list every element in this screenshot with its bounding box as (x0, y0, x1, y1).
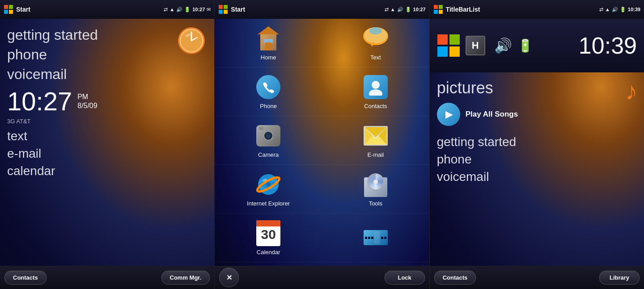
contacts-button-3[interactable]: Contacts (434, 271, 476, 285)
play-triangle-icon: ▶ (445, 109, 453, 120)
status-time-3: 10:39 (628, 7, 640, 12)
battery-big-icon: 🔋 (517, 38, 533, 53)
menu-item-phone[interactable]: phone (7, 45, 207, 64)
close-button[interactable]: ✕ (219, 268, 239, 287)
status-bar-1: Start ⇄ ▲ 🔊 🔋 10:27 ✉ (0, 0, 214, 19)
signal-icon: ⇄ (164, 7, 168, 13)
app-home[interactable]: Home (215, 19, 322, 67)
ie-icon (256, 172, 281, 197)
music-note-icon: ♪ (625, 79, 638, 104)
panel3-content: ♪ pictures ▶ Play All Songs getting star… (430, 72, 644, 289)
h-box-icon: H (466, 36, 485, 55)
volume-big-icon: 🔊 (494, 37, 512, 54)
menu-item-calendar[interactable]: calendar (7, 162, 207, 180)
status-bar-2: Start ⇄ ▲ 🔊 🔋 10:27 (215, 0, 429, 19)
contacts-icon-wrap (362, 74, 389, 101)
svg-rect-10 (219, 5, 223, 9)
library-button[interactable]: Library (599, 271, 640, 285)
play-all-button[interactable]: ▶ (437, 103, 460, 126)
svg-point-19 (369, 89, 382, 96)
app-label-home: Home (261, 54, 276, 61)
clock-time-1: 10:27 (7, 88, 72, 114)
svg-point-29 (266, 182, 271, 187)
status-time-2: 10:27 (413, 7, 426, 12)
svg-rect-31 (434, 5, 438, 9)
app-film[interactable] (322, 214, 429, 262)
app-label-tools: Tools (369, 200, 382, 207)
p3-pictures-title[interactable]: pictures (437, 79, 637, 97)
app-email[interactable]: E-mail (322, 116, 429, 165)
phone-icon (256, 75, 280, 99)
phone-icon-wrap (255, 74, 282, 101)
app-label-camera: Camera (258, 151, 279, 158)
signal-icon-2: ⇄ (385, 7, 389, 13)
svg-rect-11 (224, 5, 228, 9)
app-calendar[interactable]: 30 Calendar (215, 214, 322, 262)
battery-icon-2: 🔋 (405, 7, 411, 13)
menu-item-voicemail[interactable]: voicemail (7, 64, 207, 84)
status-title-3: TitleBarList (446, 6, 597, 13)
status-time-1: 10:27 (192, 7, 205, 12)
clock-icon (178, 27, 205, 54)
app-camera[interactable]: Camera (215, 116, 322, 165)
battery-icon-3: 🔋 (620, 7, 626, 13)
signal-icon-3: ⇄ (599, 7, 603, 13)
menu-item-phone-3[interactable]: phone (437, 151, 637, 168)
volume-icon: 🔊 (176, 7, 182, 13)
status-title-1: Start (16, 6, 161, 13)
app-label-phone: Phone (260, 103, 277, 109)
menu-item-email[interactable]: e-mail (7, 145, 207, 162)
app-phone[interactable]: Phone (215, 67, 322, 116)
antenna-icon-3: ▲ (605, 7, 610, 12)
apps-grid: Home Text Pho (215, 19, 429, 289)
windows-logo-icon-3 (433, 4, 443, 14)
antenna-icon: ▲ (169, 7, 174, 12)
status-icons-1: ⇄ ▲ 🔊 🔋 10:27 ✉ (164, 7, 211, 13)
email-icon (364, 126, 388, 146)
panel1-content: getting started phone voicemail 10:27 PM… (0, 19, 214, 289)
carrier-label: 3G AT&T (7, 118, 207, 125)
app-label-ie: Internet Explorer (247, 200, 290, 207)
play-all-row: ▶ Play All Songs (437, 103, 637, 126)
status-title-2: Start (231, 6, 381, 13)
app-label-email: E-mail (367, 151, 384, 158)
home-icon (258, 26, 279, 50)
svg-rect-3 (9, 10, 13, 14)
windows-logo-icon-2 (218, 4, 228, 14)
soft-buttons-2: ✕ Lock (215, 266, 429, 289)
app-ie[interactable]: Internet Explorer (215, 165, 322, 214)
tools-icon (364, 172, 387, 197)
app-tools[interactable]: Tools (322, 165, 429, 214)
app-contacts[interactable]: Contacts (322, 67, 429, 116)
menu-item-voicemail-3[interactable]: voicemail (437, 168, 637, 185)
menu-item-getting-started-3[interactable]: getting started (437, 133, 637, 151)
soft-buttons-1: Contacts Comm Mgr. (0, 266, 214, 289)
svg-rect-36 (449, 34, 460, 45)
svg-rect-12 (219, 10, 223, 14)
volume-icon-2: 🔊 (397, 7, 403, 13)
clock-detail: PM 8/5/09 (77, 93, 97, 110)
contacts-button-1[interactable]: Contacts (4, 271, 47, 285)
svg-rect-34 (439, 10, 443, 14)
menu-item-getting-started[interactable]: getting started (7, 25, 207, 45)
windows-logo-icon (4, 4, 13, 14)
home-icon-wrap (255, 25, 282, 52)
status-icons-3: ⇄ ▲ 🔊 🔋 10:39 (599, 7, 640, 13)
app-label-text: Text (370, 54, 381, 61)
app-text[interactable]: Text (322, 19, 429, 67)
film-icon (364, 230, 388, 245)
status-icons-2: ⇄ ▲ 🔊 🔋 10:27 (385, 7, 426, 13)
panel-1-lockscreen: Start ⇄ ▲ 🔊 🔋 10:27 ✉ getting started ph… (0, 0, 215, 289)
lock-button[interactable]: Lock (385, 271, 425, 285)
svg-rect-1 (9, 5, 13, 9)
svg-rect-13 (224, 10, 228, 14)
comm-mgr-button[interactable]: Comm Mgr. (161, 271, 210, 285)
app-label-contacts: Contacts (364, 103, 387, 109)
calendar-icon-wrap: 30 (255, 220, 282, 247)
svg-rect-33 (434, 10, 438, 14)
tools-icon-wrap (362, 171, 389, 198)
volume-icon-3: 🔊 (612, 7, 618, 13)
camera-icon-wrap (255, 122, 282, 149)
svg-rect-35 (437, 34, 448, 45)
menu-item-text[interactable]: text (7, 127, 207, 145)
